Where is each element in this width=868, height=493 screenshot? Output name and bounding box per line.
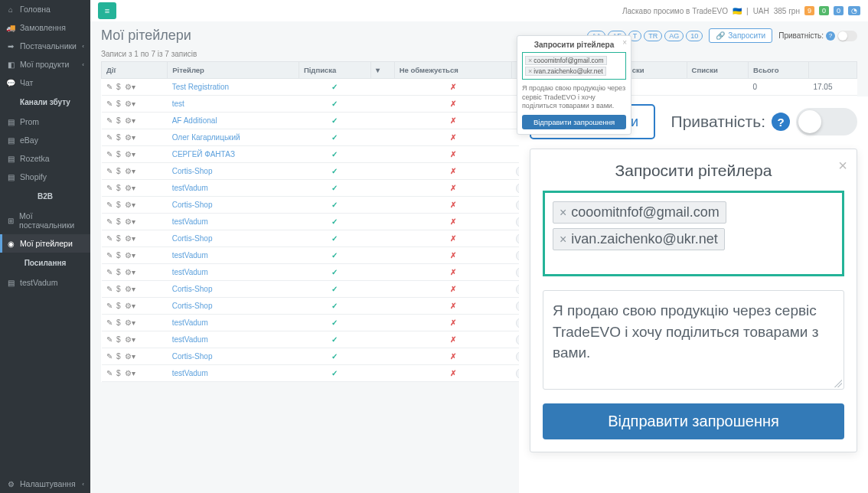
row-actions[interactable]: ✎ $ ⚙▾ [106,318,163,327]
email-input[interactable]: ×cooomitnfof@gmail.com ×ivan.zaichenko@u… [522,52,626,80]
row-actions[interactable]: ✎ $ ⚙▾ [106,268,163,276]
row-actions[interactable]: ✎ $ ⚙▾ [106,285,163,293]
retailer-link[interactable]: testVadum [172,268,208,276]
nav-icon: ◉ [6,239,15,248]
sidebar-item[interactable]: ➡Постачальники‹ [0,37,90,55]
sidebar-label: eBay [20,135,38,145]
sidebar-item[interactable]: ▤Shopify [0,168,90,186]
invite-button[interactable]: 🔗 Запросити [709,28,772,43]
filter-chip[interactable]: 10 [686,31,703,41]
sidebar-item[interactable]: 💬Чат [0,73,90,92]
row-actions[interactable]: ✎ $ ⚙▾ [106,201,163,209]
row-actions[interactable]: ✎ $ ⚙▾ [106,100,163,108]
link-icon: 🔗 [716,31,725,40]
sidebar-item[interactable]: ▤Rozetka [0,149,90,168]
row-actions[interactable]: ✎ $ ⚙▾ [106,83,163,91]
column-header[interactable] [808,62,857,79]
row-actions[interactable]: ✎ $ ⚙▾ [106,167,163,175]
modal-title: Запросити рітейлера [522,41,626,52]
resize-handle[interactable] [834,380,842,387]
column-header[interactable]: ▾ [371,62,395,79]
sidebar-item[interactable]: ▤eBay [0,131,90,149]
retailer-link[interactable]: testVadum [172,369,208,377]
retailer-link[interactable]: Cortis-Shop [172,285,213,293]
retailer-link[interactable]: testVadum [172,217,208,226]
sidebar-item[interactable]: 🚚Замовлення [0,18,90,37]
column-header[interactable]: Всього [749,62,809,79]
row-actions[interactable]: ✎ $ ⚙▾ [106,302,163,310]
send-button-large[interactable]: Відправити запрошення [543,403,844,439]
privacy-toggle-large[interactable] [796,108,857,135]
retailer-link[interactable]: Cortis-Shop [172,201,213,209]
privacy-toggle[interactable] [837,31,857,41]
help-icon[interactable]: ? [772,113,790,131]
row-actions[interactable]: ✎ $ ⚙▾ [106,217,163,226]
retailer-link[interactable]: СЕРГЕЙ ФАНТАЗ [172,150,235,158]
remove-icon[interactable]: × [528,67,532,75]
sidebar-item-settings[interactable]: ⚙ Налаштування ‹ [0,475,90,493]
row-actions[interactable]: ✎ $ ⚙▾ [106,335,163,344]
privacy-toggle-group: Приватність: ? [778,31,857,41]
notif-badge[interactable]: 0 [819,6,829,15]
retailer-link[interactable]: testVadum [172,184,208,192]
notif-badge[interactable]: 0 [834,6,844,15]
close-icon[interactable]: × [838,157,847,175]
check-icon: ✓ [331,100,338,108]
retailer-link[interactable]: Test Registration [172,83,229,91]
help-icon[interactable]: ? [826,31,835,41]
balance: 385 грн [774,7,800,15]
user-icon[interactable]: ◔ [848,6,860,15]
row-actions[interactable]: ✎ $ ⚙▾ [106,352,163,361]
notif-badge[interactable]: 9 [804,6,814,15]
sidebar-item[interactable]: ▤testVadum [0,273,90,292]
cross-icon: ✗ [450,369,456,377]
row-actions[interactable]: ✎ $ ⚙▾ [106,184,163,192]
menu-toggle[interactable]: ≡ [98,2,116,19]
filter-chip[interactable]: TR [644,31,662,41]
sidebar-label: Замовлення [20,23,66,32]
send-button[interactable]: Відправити запрошення [522,115,626,129]
close-icon[interactable]: × [622,38,627,47]
remove-icon[interactable]: × [560,233,566,246]
check-icon: ✓ [331,116,338,125]
column-header[interactable]: Дії [102,62,168,79]
row-actions[interactable]: ✎ $ ⚙▾ [106,234,163,243]
email-input-large[interactable]: ×cooomitnfof@gmail.com ×ivan.zaichenko@u… [543,191,844,276]
sidebar-item[interactable]: ▤Prom [0,113,90,131]
retailer-link[interactable]: Cortis-Shop [172,167,213,175]
sidebar-item[interactable]: ◉Мої рітейлери [0,234,90,253]
column-header[interactable]: Підписка [299,62,370,79]
sidebar-item[interactable]: ◧Мої продукти‹ [0,55,90,73]
gear-icon: ⚙ [6,479,15,488]
sidebar-item[interactable]: ⊞Мої постачальники [0,207,90,234]
column-header[interactable]: Не обмежується [394,62,511,79]
sidebar-label: Rozetka [20,154,50,163]
retailer-link[interactable]: Cortis-Shop [172,302,213,310]
row-actions[interactable]: ✎ $ ⚙▾ [106,150,163,158]
column-header[interactable]: Списки [687,62,748,79]
retailer-link[interactable]: testVadum [172,335,208,344]
nav-icon: ▤ [6,278,15,287]
row-actions[interactable]: ✎ $ ⚙▾ [106,116,163,125]
retailer-link[interactable]: Олег Кагарлицький [172,133,240,142]
remove-icon[interactable]: × [560,206,566,220]
row-actions[interactable]: ✎ $ ⚙▾ [106,251,163,260]
filter-chip[interactable]: AG [664,31,684,41]
sidebar-item[interactable]: ⌂Головна [0,0,90,18]
sidebar-header-links: Посилання [0,253,90,273]
retailer-link[interactable]: AF Additional [172,116,217,125]
retailer-link[interactable]: test [172,100,184,108]
remove-icon[interactable]: × [528,57,532,64]
retailer-link[interactable]: Cortis-Shop [172,234,213,243]
sidebar-label: testVadum [20,278,57,287]
retailer-link[interactable]: testVadum [172,318,208,327]
row-actions[interactable]: ✎ $ ⚙▾ [106,133,163,142]
retailer-link[interactable]: testVadum [172,251,208,260]
sidebar-label: Налаштування [20,479,76,488]
message-textarea[interactable]: Я продаю свою продукцію через сервіс Tra… [543,290,844,390]
row-actions[interactable]: ✎ $ ⚙▾ [106,369,163,377]
column-header[interactable]: Рітейлер [168,62,299,79]
retailer-link[interactable]: Cortis-Shop [172,352,213,361]
check-icon: ✓ [331,234,338,243]
check-icon: ✓ [331,217,338,226]
